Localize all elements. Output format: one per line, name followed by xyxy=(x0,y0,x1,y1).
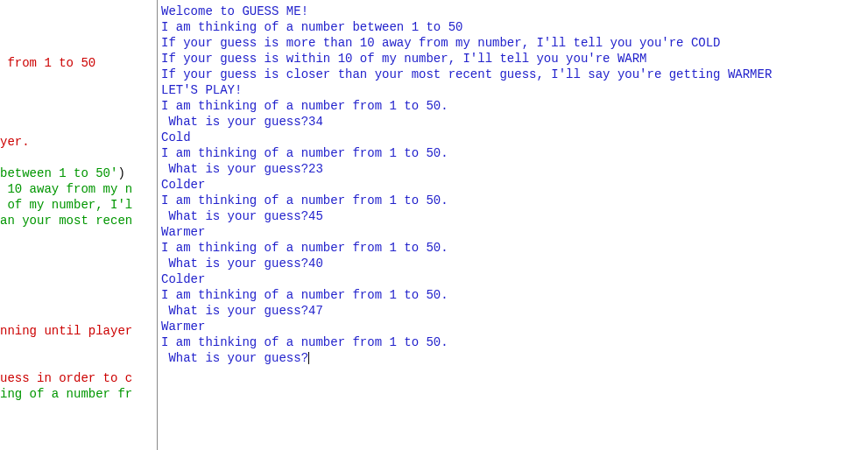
code-segment: yer. xyxy=(0,135,30,149)
code-line xyxy=(0,229,157,244)
code-line: from 1 to 50 xyxy=(0,55,157,71)
code-line xyxy=(0,260,157,276)
console-line: Cold xyxy=(161,130,868,145)
code-line xyxy=(0,276,157,292)
console-output-pane[interactable]: Welcome to GUESS ME!I am thinking of a n… xyxy=(158,0,868,450)
code-segment: nning until player xyxy=(0,324,132,338)
code-line: uess in order to c xyxy=(0,370,157,386)
console-line: What is your guess?45 xyxy=(161,208,868,224)
code-line: yer. xyxy=(0,134,157,150)
code-line xyxy=(0,118,157,134)
text-cursor xyxy=(308,352,309,364)
console-line: Warmer xyxy=(161,224,868,240)
console-line: LET'S PLAY! xyxy=(161,82,868,98)
console-line: I am thinking of a number from 1 to 50. xyxy=(161,334,868,350)
code-line xyxy=(0,292,157,307)
code-line: nning until player xyxy=(0,323,157,339)
console-line: Colder xyxy=(161,177,868,193)
code-segment: 10 away from my n xyxy=(0,182,132,196)
console-line: I am thinking of a number from 1 to 50. xyxy=(161,240,868,256)
console-prompt-text: What is your guess? xyxy=(161,351,308,365)
console-line: I am thinking of a number from 1 to 50. xyxy=(161,98,868,114)
code-line xyxy=(0,102,157,118)
console-line: I am thinking of a number between 1 to 5… xyxy=(161,19,868,35)
code-segment: between 1 to 50' xyxy=(0,166,117,180)
console-line: If your guess is more than 10 away from … xyxy=(161,35,868,51)
console-prompt-line[interactable]: What is your guess? xyxy=(161,350,868,366)
code-line xyxy=(0,87,157,102)
console-line: Colder xyxy=(161,271,868,287)
code-editor-pane[interactable]: from 1 to 50 yer. between 1 to 50') 10 a… xyxy=(0,0,157,450)
console-line: Welcome to GUESS ME! xyxy=(161,4,868,19)
console-line: If your guess is closer than your most r… xyxy=(161,67,868,82)
code-line: of my number, I'l xyxy=(0,197,157,213)
code-line xyxy=(0,355,157,370)
code-line: 10 away from my n xyxy=(0,181,157,197)
code-line xyxy=(0,150,157,165)
code-segment: ing of a number fr xyxy=(0,387,132,401)
code-line: ing of a number fr xyxy=(0,386,157,402)
code-line xyxy=(0,244,157,260)
code-segment: of my number, I'l xyxy=(0,198,132,212)
code-segment: uess in order to c xyxy=(0,371,132,385)
code-line xyxy=(0,71,157,87)
console-line: If your guess is within 10 of my number,… xyxy=(161,51,868,67)
code-line xyxy=(0,307,157,323)
console-line: I am thinking of a number from 1 to 50. xyxy=(161,145,868,161)
code-segment: from 1 to 50 xyxy=(0,56,95,70)
console-line: Warmer xyxy=(161,319,868,334)
code-line xyxy=(0,339,157,355)
console-line: What is your guess?23 xyxy=(161,161,868,177)
console-line: What is your guess?34 xyxy=(161,114,868,130)
console-line: I am thinking of a number from 1 to 50. xyxy=(161,193,868,208)
code-line: an your most recen xyxy=(0,213,157,229)
console-line: What is your guess?47 xyxy=(161,303,868,319)
code-line: between 1 to 50') xyxy=(0,165,157,181)
console-line: What is your guess?40 xyxy=(161,256,868,271)
console-line: I am thinking of a number from 1 to 50. xyxy=(161,287,868,303)
code-segment: an your most recen xyxy=(0,214,132,228)
code-segment: ) xyxy=(117,166,124,180)
